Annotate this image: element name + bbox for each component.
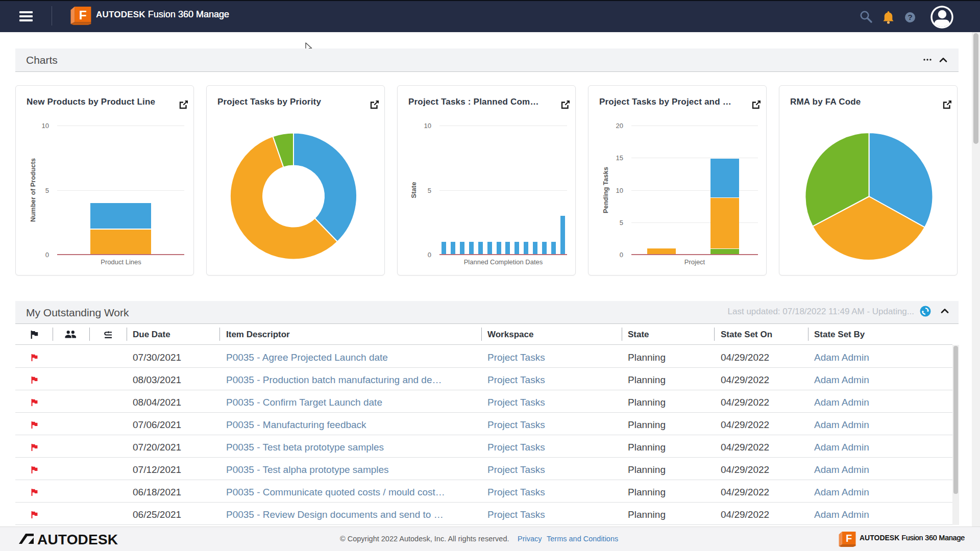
svg-text:?: ?: [908, 13, 912, 21]
svg-text:F: F: [79, 8, 87, 22]
svg-text:F: F: [846, 533, 852, 544]
